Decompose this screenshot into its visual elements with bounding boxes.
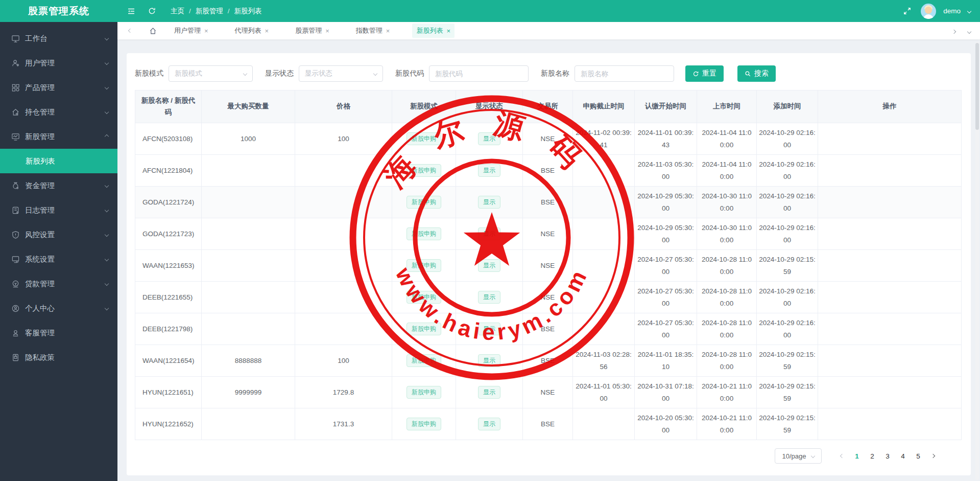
reset-button[interactable]: 重置: [685, 65, 724, 82]
close-icon[interactable]: ×: [325, 28, 329, 34]
cell-max-qty: [202, 250, 295, 282]
cell-max-qty: [202, 218, 295, 250]
table-row: DEEB(1221655) 新股申购 显示 NSE 2024-10-27 05:…: [135, 282, 962, 313]
home-tab[interactable]: [149, 27, 157, 35]
page-number-1[interactable]: 1: [849, 452, 865, 460]
sidebar-item-users[interactable]: 用户管理: [0, 51, 117, 75]
sidebar-item-products[interactable]: 产品管理: [0, 75, 117, 100]
tab-new-stock-list[interactable]: 新股列表×: [412, 24, 455, 38]
collapse-sidebar-icon[interactable]: [125, 5, 138, 18]
scrollbar-thumb[interactable]: [975, 43, 979, 130]
sidebar-item-system[interactable]: 系统设置: [0, 247, 117, 271]
sidebar-item-risk[interactable]: 风控设置: [0, 222, 117, 247]
list-card: 新股模式 新股模式 显示状态 显示状态 新股代码 新股名称 重置 搜索: [127, 53, 971, 475]
cell-mode: 新股申购: [392, 187, 456, 218]
cell-start: 2024-11-01 18:35:10: [635, 345, 697, 377]
cell-deadline: 2024-11-01 05:30:00: [573, 377, 635, 408]
tab-agent-list[interactable]: 代理列表×: [231, 24, 273, 38]
cell-price: 100: [295, 123, 392, 155]
cell-exchange: NSE: [523, 250, 573, 282]
refresh-icon: [692, 71, 699, 77]
table-header-row: 新股名称 / 新股代码 最大购买数量 价格 新股模式 显示状态 交易所 申购截止…: [135, 90, 962, 123]
refresh-icon[interactable]: [145, 5, 158, 18]
cell-actions: [818, 408, 962, 440]
cell-added: 2024-10-29 02:16:00: [757, 187, 818, 218]
mode-filter-label: 新股模式: [135, 69, 163, 78]
sidebar-item-loans[interactable]: 贷款管理: [0, 271, 117, 296]
table-row: WAAN(1221654) 8888888 100 新股申购 显示 BSE 20…: [135, 345, 962, 377]
tabs-scroll-right-icon[interactable]: [952, 26, 955, 35]
close-icon[interactable]: ×: [204, 28, 208, 34]
mode-tag: 新股申购: [407, 386, 441, 399]
sidebar-item-new-stock[interactable]: 新股管理: [0, 124, 117, 149]
tab-user-mgmt[interactable]: 用户管理×: [170, 24, 212, 38]
sidebar-item-logs[interactable]: 日志管理: [0, 198, 117, 222]
fullscreen-icon[interactable]: [900, 5, 914, 18]
cell-added: 2024-10-29 02:15:59: [757, 377, 818, 408]
cell-start: 2024-10-29 05:30:00: [635, 187, 697, 218]
breadcrumb-section[interactable]: 新股管理: [196, 7, 223, 16]
cell-mode: 新股申购: [392, 345, 456, 377]
close-icon[interactable]: ×: [446, 28, 450, 34]
new-stock-table: 新股名称 / 新股代码 最大购买数量 价格 新股模式 显示状态 交易所 申购截止…: [135, 90, 962, 440]
search-button[interactable]: 搜索: [737, 65, 776, 82]
page-size-select[interactable]: 10/page: [775, 448, 822, 464]
status-tag: 显示: [478, 386, 500, 399]
page-number-2[interactable]: 2: [865, 452, 880, 460]
page-number-5[interactable]: 5: [911, 452, 926, 460]
col-header-max-qty: 最大购买数量: [202, 90, 295, 123]
status-select[interactable]: 显示状态: [299, 65, 383, 82]
sidebar-item-workbench[interactable]: 工作台: [0, 26, 117, 51]
tab-stock-mgmt[interactable]: 股票管理×: [291, 24, 333, 38]
tabs-menu-icon[interactable]: [968, 26, 971, 35]
vertical-scrollbar: [975, 42, 979, 480]
sidebar-item-privacy[interactable]: 隐私政策: [0, 345, 117, 370]
sidebar-item-positions[interactable]: 持仓管理: [0, 100, 117, 124]
sidebar-item-support[interactable]: 客服管理: [0, 320, 117, 345]
cell-mode: 新股申购: [392, 123, 456, 155]
close-icon[interactable]: ×: [386, 28, 390, 34]
chevron-right-icon: [931, 454, 935, 458]
cell-deadline: [573, 155, 635, 187]
cell-exchange: BSE: [523, 408, 573, 440]
cell-max-qty: [202, 155, 295, 187]
breadcrumb-home[interactable]: 主页: [171, 7, 184, 16]
name-input[interactable]: [575, 65, 674, 82]
status-tag: 显示: [478, 354, 500, 367]
cell-stock-name: WAAN(1221654): [135, 345, 202, 377]
col-header-price: 价格: [295, 90, 392, 123]
next-page-button[interactable]: [926, 454, 940, 457]
status-tag: 显示: [478, 164, 500, 177]
sidebar-subitem-new-stock-list[interactable]: 新股列表: [0, 149, 117, 173]
avatar[interactable]: [921, 4, 936, 19]
cell-exchange: BSE: [523, 345, 573, 377]
col-header-name-code: 新股名称 / 新股代码: [135, 90, 202, 123]
cell-added: 2024-10-29 02:15:59: [757, 408, 818, 440]
tabs-scroll-left-icon[interactable]: [127, 29, 134, 32]
col-header-status: 显示状态: [456, 90, 523, 123]
cell-added: 2024-10-29 02:16:00: [757, 123, 818, 155]
cell-status: 显示: [456, 345, 523, 377]
cell-stock-name: GODA(1221723): [135, 218, 202, 250]
col-header-listing: 上市时间: [697, 90, 757, 123]
close-icon[interactable]: ×: [265, 28, 269, 34]
cell-stock-name: DEEB(1221798): [135, 313, 202, 345]
status-filter-label: 显示状态: [265, 69, 294, 78]
sidebar-item-profile[interactable]: 个人中心: [0, 296, 117, 320]
chevron-down-icon: [105, 184, 109, 188]
cell-added: 2024-10-29 02:16:00: [757, 218, 818, 250]
tab-index-mgmt[interactable]: 指数管理×: [352, 24, 394, 38]
chevron-down-icon: [105, 306, 109, 310]
page-number-3[interactable]: 3: [880, 452, 895, 460]
breadcrumb-current: 新股列表: [234, 7, 262, 16]
tab-bar: 用户管理× 代理列表× 股票管理× 指数管理× 新股列表×: [117, 22, 980, 40]
mode-select[interactable]: 新股模式: [169, 65, 253, 82]
cell-max-qty: [202, 408, 295, 440]
prev-page-button[interactable]: [835, 454, 849, 457]
cell-stock-name: WAAN(1221653): [135, 250, 202, 282]
chevron-down-icon[interactable]: [967, 9, 971, 13]
code-input[interactable]: [429, 65, 529, 82]
sidebar-item-funds[interactable]: 资金管理: [0, 173, 117, 198]
page-number-4[interactable]: 4: [895, 452, 911, 460]
chevron-left-icon: [840, 454, 844, 458]
